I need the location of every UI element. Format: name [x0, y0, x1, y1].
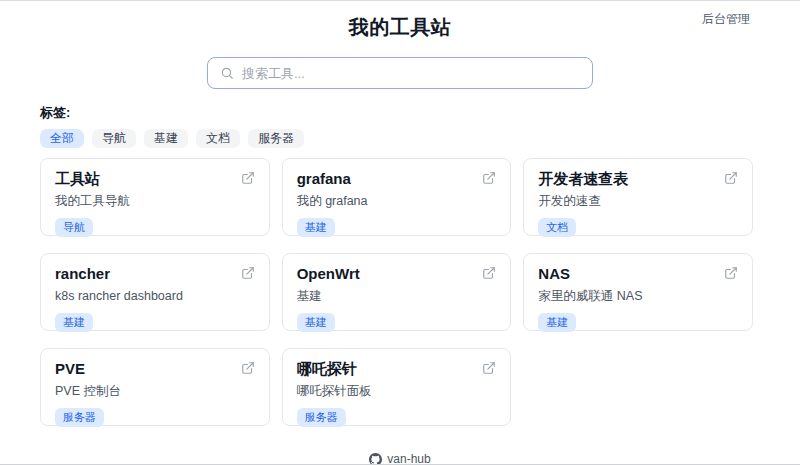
card-tag-badge: 导航: [55, 218, 93, 237]
card-description: 我的工具导航: [55, 194, 255, 209]
admin-link[interactable]: 后台管理: [702, 11, 750, 28]
card-description: 基建: [297, 289, 497, 304]
card-title: NAS: [538, 265, 570, 283]
card-title: 哪吒探针: [297, 360, 357, 378]
external-link-icon[interactable]: [241, 361, 255, 375]
card-header: OpenWrt: [297, 265, 497, 283]
search-input[interactable]: [242, 66, 580, 81]
card-title: 开发者速查表: [538, 170, 628, 188]
page-title: 我的工具站: [0, 14, 800, 41]
card-title: 工具站: [55, 170, 100, 188]
card-description: k8s rancher dashboard: [55, 289, 255, 304]
card-description: 开发的速查: [538, 194, 738, 209]
page: 后台管理 我的工具站 标签: 全部导航基建文档服务器 工具站 我的工具导航: [0, 0, 800, 465]
card-tag-badge: 基建: [538, 313, 576, 332]
external-link-icon[interactable]: [724, 266, 738, 280]
tool-card[interactable]: NAS 家里的威联通 NAS 基建: [523, 253, 753, 331]
tag-filter[interactable]: 基建: [144, 129, 188, 148]
card-tag-badge: 服务器: [297, 408, 346, 427]
card-description: PVE 控制台: [55, 384, 255, 399]
card-description: 哪吒探针面板: [297, 384, 497, 399]
card-header: 开发者速查表: [538, 170, 738, 188]
card-header: 哪吒探针: [297, 360, 497, 378]
tag-filter[interactable]: 全部: [40, 129, 84, 148]
card-description: 家里的威联通 NAS: [538, 289, 738, 304]
card-title: grafana: [297, 170, 351, 188]
tag-filter-list: 全部导航基建文档服务器: [40, 129, 760, 148]
cards-grid: 工具站 我的工具导航 导航 grafana 我的 grafana: [40, 158, 753, 426]
card-tag-badge: 基建: [297, 313, 335, 332]
card-title: PVE: [55, 360, 85, 378]
tag-filter[interactable]: 导航: [92, 129, 136, 148]
tag-filter[interactable]: 文档: [196, 129, 240, 148]
tags-section: 标签: 全部导航基建文档服务器: [40, 104, 760, 148]
tool-card[interactable]: 哪吒探针 哪吒探针面板 服务器: [282, 348, 512, 426]
card-header: PVE: [55, 360, 255, 378]
card-header: grafana: [297, 170, 497, 188]
tool-card[interactable]: grafana 我的 grafana 基建: [282, 158, 512, 236]
github-icon: [369, 453, 382, 465]
footer: van-hub: [0, 452, 800, 465]
tool-card[interactable]: 开发者速查表 开发的速查 文档: [523, 158, 753, 236]
footer-brand: van-hub: [387, 452, 430, 465]
card-description: 我的 grafana: [297, 194, 497, 209]
search-icon: [220, 66, 234, 80]
card-header: rancher: [55, 265, 255, 283]
tag-filter[interactable]: 服务器: [248, 129, 304, 148]
card-header: 工具站: [55, 170, 255, 188]
tool-card[interactable]: rancher k8s rancher dashboard 基建: [40, 253, 270, 331]
card-title: rancher: [55, 265, 110, 283]
external-link-icon[interactable]: [724, 171, 738, 185]
card-tag-badge: 基建: [55, 313, 93, 332]
tool-card[interactable]: 工具站 我的工具导航 导航: [40, 158, 270, 236]
external-link-icon[interactable]: [482, 361, 496, 375]
external-link-icon[interactable]: [241, 266, 255, 280]
external-link-icon[interactable]: [482, 171, 496, 185]
card-tag-badge: 文档: [538, 218, 576, 237]
search-box[interactable]: [207, 57, 593, 89]
tags-label: 标签:: [40, 104, 760, 122]
card-tag-badge: 服务器: [55, 408, 104, 427]
external-link-icon[interactable]: [482, 266, 496, 280]
tool-card[interactable]: OpenWrt 基建 基建: [282, 253, 512, 331]
card-tag-badge: 基建: [297, 218, 335, 237]
card-header: NAS: [538, 265, 738, 283]
tool-card[interactable]: PVE PVE 控制台 服务器: [40, 348, 270, 426]
external-link-icon[interactable]: [241, 171, 255, 185]
card-title: OpenWrt: [297, 265, 360, 283]
